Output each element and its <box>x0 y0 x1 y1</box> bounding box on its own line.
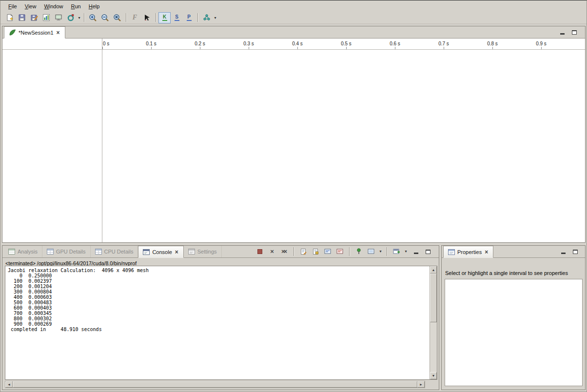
display-selected-console-button[interactable] <box>366 247 376 256</box>
vertical-scrollbar-thumb[interactable] <box>430 274 437 322</box>
session-tab-close-icon[interactable]: × <box>56 30 60 35</box>
pin-console-icon <box>356 248 362 255</box>
kernel-coloring-button[interactable]: K <box>158 12 171 23</box>
refresh-dropdown-arrow[interactable]: ▾ <box>77 16 81 20</box>
console-vertical-scrollbar[interactable]: ▲ ▼ <box>430 266 437 379</box>
console-panel: Analysis GPU Details CPU Details Console <box>2 245 439 390</box>
tab-properties-label: Properties <box>457 249 482 255</box>
zoom-fit-button[interactable] <box>111 12 123 23</box>
open-console-icon <box>393 249 400 255</box>
circular-arrow-icon <box>67 14 75 21</box>
show-stderr-icon <box>336 249 343 255</box>
scroll-left-icon[interactable]: ◄ <box>5 381 13 388</box>
editor-panel-controls <box>558 29 578 36</box>
gpu-details-tab-icon <box>47 249 54 255</box>
console-output-area[interactable]: Jacobi relaxation Calculation: 4096 x 40… <box>5 266 437 380</box>
new-session-button[interactable] <box>3 12 16 23</box>
ruler-tick-label: 0.4 s <box>292 41 303 46</box>
menu-view[interactable]: View <box>21 2 40 11</box>
tab-analysis[interactable]: Analysis <box>4 246 42 257</box>
console-line: 800 0.000302 <box>8 316 430 321</box>
process-coloring-button[interactable]: P <box>183 12 195 23</box>
pin-console-button[interactable] <box>353 247 364 256</box>
zoom-out-button[interactable] <box>99 12 111 23</box>
timeline-chart-button[interactable] <box>40 12 52 23</box>
menu-help[interactable]: Help <box>85 2 104 11</box>
ruler-tick-label: 0.3 s <box>243 41 254 46</box>
minimize-icon[interactable] <box>559 248 567 255</box>
tab-console-label: Console <box>152 249 172 255</box>
display-selected-dropdown-arrow[interactable]: ▾ <box>378 249 383 254</box>
ruler-tick-label: 0.1 s <box>146 41 157 46</box>
free-camera-button[interactable]: F <box>129 12 141 23</box>
toolbar-separator <box>84 13 84 22</box>
save-as-button[interactable] <box>28 12 40 23</box>
scroll-lock-button[interactable] <box>310 247 321 256</box>
minimize-icon[interactable] <box>412 248 420 255</box>
tab-gpu-details[interactable]: GPU Details <box>42 246 91 257</box>
menu-file[interactable]: File <box>4 2 21 11</box>
process-letter-icon: P <box>187 15 191 20</box>
kernel-letter-icon: K <box>163 15 166 20</box>
system-monitor-button[interactable] <box>52 12 64 23</box>
selection-mode-button[interactable] <box>141 12 153 23</box>
chart-icon <box>42 14 50 21</box>
show-stdout-button[interactable] <box>322 247 333 256</box>
console-line: 400 0.000603 <box>8 294 430 300</box>
properties-tab-close-icon[interactable]: × <box>484 250 489 255</box>
toolbar-separator <box>387 247 387 256</box>
stream-coloring-button[interactable]: S <box>171 12 183 23</box>
maximize-icon[interactable] <box>571 248 579 255</box>
open-console-dropdown-arrow[interactable]: ▾ <box>404 249 408 254</box>
menu-run[interactable]: Run <box>67 2 85 11</box>
menu-window[interactable]: Window <box>40 2 67 11</box>
run-analysis-button[interactable] <box>200 12 213 23</box>
console-tab-icon <box>143 249 150 255</box>
refresh-button[interactable] <box>64 12 77 23</box>
name-column-sash[interactable] <box>102 39 102 242</box>
zoom-in-button[interactable] <box>87 12 99 23</box>
tab-cpu-details[interactable]: CPU Details <box>91 246 138 257</box>
console-tab-close-icon[interactable]: × <box>175 250 179 255</box>
terminate-button[interactable] <box>254 247 265 256</box>
maximize-icon[interactable] <box>570 29 578 36</box>
save-button[interactable] <box>16 12 28 23</box>
ruler-tick-label: 0.6 s <box>390 41 400 46</box>
minimize-icon[interactable] <box>558 29 567 36</box>
remove-all-terminated-button[interactable]: ×× <box>279 247 290 256</box>
ruler-tick-label: 0.2 s <box>195 41 205 46</box>
tab-settings-label: Settings <box>197 249 217 255</box>
settings-tab-icon <box>188 249 195 255</box>
timeline-area[interactable]: 0 s 0.1 s 0.2 s 0.3 s 0.4 s 0.5 s 0.6 s … <box>2 39 585 242</box>
tab-console[interactable]: Console × <box>138 246 183 258</box>
scroll-down-icon[interactable]: ▼ <box>430 372 437 379</box>
analysis-tab-icon <box>8 249 15 255</box>
analysis-dropdown-arrow[interactable]: ▾ <box>213 16 217 20</box>
monitor-icon <box>55 14 62 21</box>
properties-content-area <box>445 279 583 386</box>
console-horizontal-scrollbar[interactable]: ◄ ► <box>5 381 425 388</box>
zoom-in-icon <box>89 14 97 22</box>
editor-tab-strip: *NewSession1 × <box>2 26 585 39</box>
remove-launch-button[interactable]: × <box>267 247 277 256</box>
cpu-details-tab-icon <box>95 249 102 255</box>
tab-properties[interactable]: Properties × <box>443 246 493 258</box>
save-as-icon <box>30 14 38 21</box>
toolbar-separator <box>294 247 294 256</box>
tab-settings[interactable]: Settings <box>184 246 222 257</box>
scroll-up-icon[interactable]: ▲ <box>430 266 437 274</box>
scroll-right-icon[interactable]: ► <box>417 381 425 388</box>
show-stderr-button[interactable] <box>334 247 345 256</box>
console-line: 200 0.001204 <box>8 284 430 289</box>
show-stdout-icon <box>324 249 331 255</box>
session-tab[interactable]: *NewSession1 × <box>4 26 65 39</box>
maximize-icon[interactable] <box>424 248 432 255</box>
console-line: 600 0.000403 <box>8 305 430 311</box>
clear-console-button[interactable] <box>298 247 309 256</box>
display-selected-console-icon <box>368 249 374 255</box>
open-console-button[interactable] <box>391 247 402 256</box>
tab-cpu-details-label: CPU Details <box>104 249 134 255</box>
horizontal-scrollbar-thumb[interactable] <box>13 381 417 388</box>
properties-panel: Properties × Select or highlight a singl… <box>441 245 586 390</box>
tab-analysis-label: Analysis <box>18 249 38 255</box>
